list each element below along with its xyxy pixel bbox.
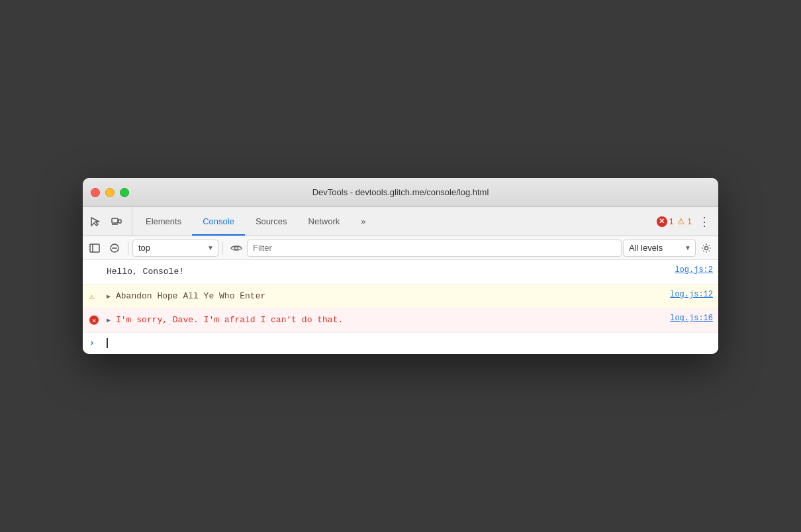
maximize-button[interactable]	[120, 188, 129, 197]
levels-select-wrapper[interactable]: All levels ▼	[623, 240, 696, 257]
svg-rect-0	[112, 218, 118, 223]
window-body: Elements Console Sources Network » ✕	[83, 207, 718, 354]
context-select[interactable]: top	[138, 243, 212, 253]
error-entry-icon: ✕	[89, 316, 99, 326]
svg-rect-1	[118, 220, 121, 223]
tab-bar-left-icons	[85, 207, 132, 236]
log-text-warning: ▶Abandon Hope All Ye Who Enter	[107, 287, 659, 306]
log-entry-error: ✕ ▶I'm sorry, Dave. I'm afraid I can't d…	[83, 308, 718, 333]
warning-badge[interactable]: ⚠ 1	[677, 216, 692, 226]
warning-triangle-icon: ⚠	[677, 216, 685, 226]
inspect-icon[interactable]	[85, 212, 105, 232]
svg-point-8	[705, 246, 708, 249]
svg-rect-3	[90, 244, 99, 252]
tabs: Elements Console Sources Network »	[135, 207, 657, 236]
log-source-0[interactable]: log.js:2	[675, 263, 713, 277]
live-expressions-button[interactable]	[227, 239, 246, 257]
expand-arrow-icon[interactable]: ▶	[107, 292, 115, 302]
minimize-button[interactable]	[105, 188, 115, 197]
context-select-wrapper[interactable]: top ▼	[132, 240, 218, 257]
tab-elements[interactable]: Elements	[135, 207, 192, 236]
console-toolbar: top ▼ All levels ▼	[83, 236, 718, 260]
expand-arrow-error-icon[interactable]: ▶	[107, 316, 115, 326]
settings-button[interactable]	[697, 239, 716, 257]
more-menu-button[interactable]: ⋮	[696, 214, 713, 229]
log-text-error: ▶I'm sorry, Dave. I'm afraid I can't do …	[107, 311, 659, 330]
input-cursor	[107, 338, 108, 348]
filter-input-wrapper[interactable]	[247, 240, 622, 257]
device-toolbar-icon[interactable]	[107, 212, 126, 232]
title-bar: DevTools - devtools.glitch.me/console/lo…	[83, 178, 718, 207]
log-entry-normal: Hello, Console! log.js:2	[83, 260, 718, 285]
svg-point-7	[235, 246, 238, 249]
levels-select[interactable]: All levels	[629, 243, 690, 253]
clear-console-button[interactable]	[105, 239, 124, 257]
tab-sources[interactable]: Sources	[245, 207, 298, 236]
tab-network[interactable]: Network	[298, 207, 351, 236]
console-input-line[interactable]: ›	[83, 333, 718, 354]
error-badge[interactable]: ✕ 1	[657, 216, 674, 227]
tab-bar-right: ✕ 1 ⚠ 1 ⋮	[657, 207, 716, 236]
window-title: DevTools - devtools.glitch.me/console/lo…	[312, 187, 489, 197]
tab-bar: Elements Console Sources Network » ✕	[83, 207, 718, 236]
log-source-2[interactable]: log.js:16	[670, 311, 713, 326]
error-circle-entry-icon: ✕	[89, 316, 99, 325]
toolbar-divider-2	[222, 242, 223, 255]
devtools-window: DevTools - devtools.glitch.me/console/lo…	[83, 178, 718, 354]
close-button[interactable]	[91, 188, 100, 197]
toolbar-divider	[128, 242, 128, 255]
filter-input[interactable]	[253, 243, 616, 253]
warning-entry-icon: ⚠	[89, 291, 94, 301]
log-text-hello: Hello, Console!	[107, 263, 664, 281]
sidebar-toggle-button[interactable]	[85, 239, 104, 257]
log-entry-warning: ⚠ ▶Abandon Hope All Ye Who Enter log.js:…	[83, 285, 718, 309]
log-source-1[interactable]: log.js:12	[670, 287, 713, 302]
tab-more[interactable]: »	[350, 207, 376, 236]
traffic-lights	[91, 188, 129, 197]
error-circle-icon: ✕	[657, 216, 667, 227]
input-prompt-icon: ›	[89, 338, 95, 348]
console-output: Hello, Console! log.js:2 ⚠ ▶Abandon Hope…	[83, 260, 718, 354]
tab-console[interactable]: Console	[192, 207, 245, 236]
